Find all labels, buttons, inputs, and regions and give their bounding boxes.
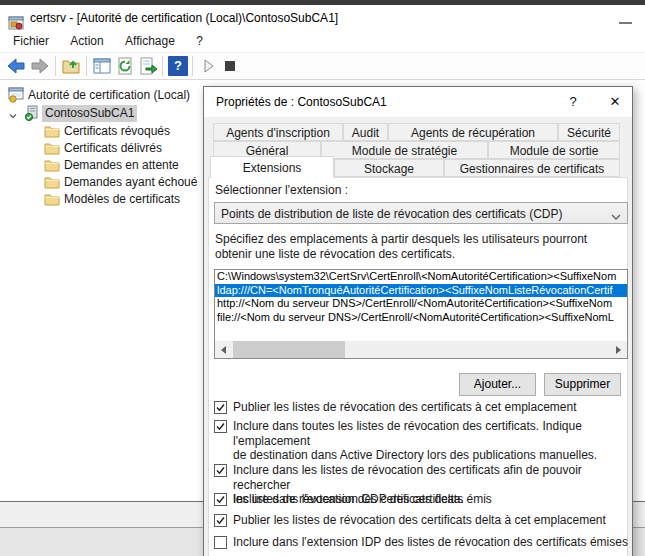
horizontal-scrollbar[interactable] bbox=[215, 341, 627, 358]
toolbar-separator bbox=[55, 56, 56, 76]
screen: certsrv - [Autorité de certification (Lo… bbox=[0, 0, 645, 556]
export-list-icon[interactable] bbox=[138, 56, 158, 76]
tab-securite[interactable]: Sécurité bbox=[558, 123, 620, 141]
chevron-expanded-icon[interactable] bbox=[8, 109, 18, 119]
up-one-level-icon[interactable] bbox=[61, 56, 81, 76]
menu-fichier[interactable]: Fichier bbox=[4, 31, 58, 52]
refresh-icon[interactable] bbox=[115, 56, 135, 76]
certification-authority-icon bbox=[8, 87, 24, 103]
extension-select[interactable]: Points de distribution de liste de révoc… bbox=[214, 202, 628, 224]
checkbox-box[interactable] bbox=[214, 464, 227, 477]
checkmark-icon bbox=[215, 465, 226, 479]
checkbox-box[interactable] bbox=[214, 493, 227, 506]
crl-location-row[interactable]: file://<Nom du serveur DNS>/CertEnroll/<… bbox=[215, 311, 627, 325]
menu-bar: Fichier Action Affichage ? bbox=[0, 31, 645, 53]
mmc-title-bar: certsrv - [Autorité de certification (Lo… bbox=[0, 5, 645, 31]
dialog-close-button[interactable]: ✕ bbox=[600, 87, 630, 117]
tree-child-label: Modèles de certificats bbox=[61, 191, 183, 208]
tab-module-strategie[interactable]: Module de stratégie bbox=[321, 141, 488, 159]
minimize-button[interactable] bbox=[619, 22, 632, 24]
dialog-help-button[interactable]: ? bbox=[558, 87, 588, 117]
start-service-icon[interactable] bbox=[198, 56, 218, 76]
scroll-right-arrow-icon[interactable] bbox=[610, 341, 627, 358]
tab-module-sortie[interactable]: Module de sortie bbox=[488, 141, 620, 159]
checkbox-label: Publier les listes de révocation des cer… bbox=[233, 513, 631, 528]
properties-dialog: Propriétés de : ContosoSubCA1 ? ✕ Agents… bbox=[203, 86, 633, 556]
toolbar-separator bbox=[86, 56, 87, 76]
select-extension-label: Sélectionner l'extension : bbox=[215, 183, 348, 198]
toolbar-separator bbox=[192, 56, 193, 76]
checkbox-box[interactable] bbox=[214, 536, 227, 549]
menu-action[interactable]: Action bbox=[61, 31, 112, 52]
dialog-title-bar: Propriétés de : ContosoSubCA1 ? ✕ bbox=[204, 87, 632, 117]
checkbox-label: Inclure dans l'extension CDP des certifi… bbox=[233, 492, 631, 507]
folder-icon bbox=[44, 174, 60, 190]
ca-server-icon bbox=[24, 105, 40, 121]
stop-service-icon[interactable] bbox=[220, 56, 240, 76]
checkmark-icon bbox=[215, 402, 226, 416]
tree-ca-label: ContosoSubCA1 bbox=[42, 105, 137, 122]
dialog-title: Propriétés de : ContosoSubCA1 bbox=[216, 87, 387, 117]
add-button[interactable]: Ajouter... bbox=[459, 373, 536, 396]
show-console-tree-icon[interactable] bbox=[92, 56, 112, 76]
checkbox-label: Inclure dans l'extension IDP des listes … bbox=[233, 535, 631, 550]
checkbox-box[interactable] bbox=[214, 401, 227, 414]
scroll-left-arrow-icon[interactable] bbox=[215, 341, 232, 358]
window-title: certsrv - [Autorité de certification (Lo… bbox=[30, 5, 338, 31]
checkmark-icon bbox=[215, 515, 226, 529]
extension-description: Spécifiez des emplacements à partir desq… bbox=[215, 232, 587, 262]
tree-child-label: Certificats délivrés bbox=[61, 140, 165, 157]
folder-icon bbox=[44, 123, 60, 139]
folder-icon bbox=[44, 140, 60, 156]
forward-icon[interactable] bbox=[30, 56, 50, 76]
chevron-down-icon bbox=[611, 210, 621, 218]
checkmark-icon bbox=[215, 421, 226, 435]
tab-agents-recuperation[interactable]: Agents de récupération bbox=[388, 123, 558, 141]
checkbox-box[interactable] bbox=[214, 514, 227, 527]
tab-audit[interactable]: Audit bbox=[343, 123, 388, 141]
extension-selected-value: Points de distribution de liste de révoc… bbox=[221, 203, 605, 225]
checkbox-box[interactable] bbox=[214, 420, 227, 433]
crl-location-row[interactable]: http://<Nom du serveur DNS>/CertEnroll/<… bbox=[215, 297, 627, 311]
tab-stockage[interactable]: Stockage bbox=[334, 159, 444, 177]
checkbox-label: Inclure dans toutes les listes de révoca… bbox=[233, 419, 631, 463]
checkbox-label: Publier les listes de révocation des cer… bbox=[233, 400, 631, 415]
tree-child-label: Demandes ayant échoué bbox=[61, 174, 200, 191]
tree-child-label: Demandes en attente bbox=[61, 157, 182, 174]
folder-icon bbox=[44, 191, 60, 207]
tree-child-label: Certificats révoqués bbox=[61, 123, 173, 140]
crl-location-row[interactable]: ldap:///CN=<NomTronquéAutoritéCertificat… bbox=[215, 284, 627, 298]
tab-gestionnaires-certificats[interactable]: Gestionnaires de certificats bbox=[444, 159, 620, 177]
toolbar-separator bbox=[162, 56, 163, 76]
crl-location-row[interactable]: C:\Windows\system32\CertSrv\CertEnroll\<… bbox=[215, 270, 627, 284]
checkmark-icon bbox=[215, 494, 226, 508]
menu-help[interactable]: ? bbox=[187, 31, 212, 52]
back-icon[interactable] bbox=[6, 56, 26, 76]
toolbar: ? bbox=[0, 53, 645, 80]
tab-agents-inscription[interactable]: Agents d'inscription bbox=[213, 123, 343, 141]
certsrv-app-icon bbox=[8, 15, 24, 31]
menu-affichage[interactable]: Affichage bbox=[116, 31, 184, 52]
folder-icon bbox=[44, 157, 60, 173]
crl-locations-listbox[interactable]: C:\Windows\system32\CertSrv\CertEnroll\<… bbox=[214, 269, 628, 359]
scrollbar-thumb[interactable] bbox=[233, 341, 345, 358]
help-icon[interactable]: ? bbox=[168, 56, 188, 76]
tab-extensions[interactable]: Extensions bbox=[210, 156, 334, 178]
remove-button[interactable]: Supprimer bbox=[544, 373, 621, 396]
tree-root-label: Autorité de certification (Local) bbox=[25, 87, 193, 104]
